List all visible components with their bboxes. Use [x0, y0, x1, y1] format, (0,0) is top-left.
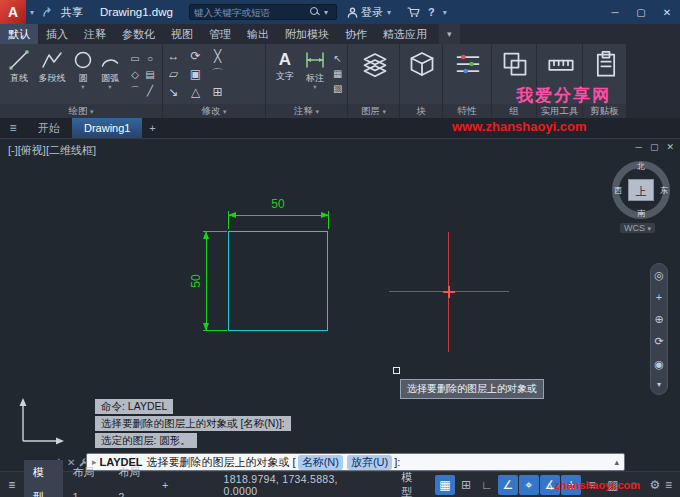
search-icon[interactable] — [310, 7, 320, 17]
viewport-controls-label[interactable]: [-][俯视][二维线框] — [8, 143, 96, 158]
navbar-more-icon[interactable]: ▾ — [657, 380, 661, 389]
ribbon-tab-addins[interactable]: 附加模块 — [277, 24, 337, 44]
viewport-minimize-icon[interactable]: ─ — [636, 142, 642, 152]
object-snap-icon[interactable]: ⌖ — [519, 475, 539, 495]
panel-properties-label[interactable]: 特性 — [443, 104, 491, 118]
groups-icon[interactable] — [501, 50, 529, 82]
panel-layers-label[interactable]: 图层 ▾ — [348, 104, 399, 118]
tab-model[interactable]: 模型 — [24, 460, 64, 497]
line-tool[interactable]: 直线 — [4, 46, 34, 104]
ribbon-tab-annotate[interactable]: 注释 — [76, 24, 114, 44]
scale-icon[interactable]: △ — [185, 84, 206, 101]
viewcube-top-face[interactable]: 上 — [628, 179, 654, 201]
command-option-name[interactable]: 名称(N) — [298, 455, 343, 470]
new-layout-button[interactable]: + — [155, 479, 175, 491]
panel-annotation-label[interactable]: 注释 ▾ — [266, 104, 347, 118]
help-dropdown-icon[interactable]: ▾ — [439, 8, 451, 17]
dimension-tool[interactable]: 标注 ▾ — [300, 46, 330, 104]
table-icon[interactable]: ▦ — [333, 66, 342, 81]
viewcube-north-label[interactable]: 北 — [637, 161, 645, 172]
ribbon-tab-output[interactable]: 输出 — [239, 24, 277, 44]
show-motion-icon[interactable]: ◉ — [654, 358, 664, 371]
chevron-down-icon[interactable]: ▾ — [313, 83, 316, 90]
leader-icon[interactable]: ↖ — [333, 51, 342, 66]
pan-icon[interactable]: + — [656, 291, 662, 303]
close-button[interactable]: ✕ — [654, 0, 680, 24]
app-menu-button[interactable]: A — [0, 0, 26, 24]
array-icon[interactable]: ⊞ — [207, 84, 228, 101]
navigation-wheel-icon[interactable]: ◎ — [654, 269, 664, 282]
tab-drawing1[interactable]: Drawing1 — [72, 118, 142, 138]
hatch-icon[interactable]: ▤ — [143, 67, 157, 82]
ribbon-tab-home[interactable]: 默认 — [0, 24, 38, 44]
polar-tracking-icon[interactable]: ∠ — [498, 475, 518, 495]
command-history-expand-icon[interactable]: ▴ — [614, 457, 619, 467]
spline-icon[interactable]: ⌒ — [128, 83, 142, 98]
tab-layout2[interactable]: 布局2 — [109, 460, 155, 497]
ellipse-icon[interactable]: ○ — [143, 51, 157, 66]
new-drawing-button[interactable]: + — [142, 118, 162, 138]
drawing-canvas[interactable]: [-][俯视][二维线框] ─ ▢ ✕ 北 西 东 南 上 WCS ▾ ◎ + … — [0, 138, 680, 471]
ribbon-tab-parametric[interactable]: 参数化 — [114, 24, 163, 44]
status-menu-icon[interactable]: ≡ — [0, 478, 24, 492]
share-label[interactable]: 共享 — [58, 5, 86, 20]
layers-icon[interactable] — [361, 50, 389, 82]
rotate-icon[interactable]: ⟳ — [185, 48, 206, 65]
command-input[interactable]: ▸ LAYDEL 选择要删除的图层上的对象或 [ 名称(N) 放弃(U) ]: … — [86, 453, 625, 471]
zoom-icon[interactable]: ⊕ — [654, 313, 663, 326]
viewcube-east-label[interactable]: 东 — [660, 185, 668, 196]
ribbon-tab-featured-apps[interactable]: 精选应用 — [375, 24, 435, 44]
panel-modify-label[interactable]: 修改 ▾ — [163, 104, 265, 118]
ribbon-display-toggle[interactable]: ▾ — [439, 24, 460, 44]
share-icon[interactable] — [38, 6, 58, 18]
clipboard-icon[interactable] — [592, 50, 620, 82]
grid-icon[interactable]: ▦ — [435, 475, 455, 495]
model-space-button[interactable]: 模型 — [401, 470, 423, 497]
polyline-tool[interactable]: 多段线 — [34, 46, 70, 104]
ribbon-tab-insert[interactable]: 插入 — [38, 24, 76, 44]
ribbon-tab-collaborate[interactable]: 协作 — [337, 24, 375, 44]
search-box[interactable]: ▾ — [189, 4, 337, 20]
app-store-cart-icon[interactable] — [403, 6, 424, 18]
panel-draw-label[interactable]: 绘图 ▾ — [0, 104, 162, 118]
wcs-menu[interactable]: WCS ▾ — [620, 223, 655, 233]
tab-start[interactable]: 开始 — [26, 118, 72, 138]
search-dropdown-icon[interactable]: ▾ — [320, 8, 332, 17]
viewport-close-icon[interactable]: ✕ — [666, 142, 674, 152]
markup-icon[interactable]: ▧ — [333, 81, 342, 96]
fillet-icon[interactable]: ⌒ — [207, 66, 228, 83]
viewport-restore-icon[interactable]: ▢ — [650, 142, 659, 152]
chevron-down-icon[interactable]: ▾ — [81, 83, 84, 90]
rectangle-icon[interactable]: ▭ — [128, 51, 142, 66]
mirror-icon[interactable]: ▣ — [185, 66, 206, 83]
arc-tool[interactable]: 圆弧 ▾ — [96, 46, 124, 104]
circle-tool[interactable]: 圆 ▾ — [70, 46, 96, 104]
orbit-icon[interactable]: ⟳ — [654, 335, 663, 348]
app-menu-dropdown-icon[interactable]: ▾ — [26, 8, 38, 17]
panel-block-label[interactable]: 块 — [400, 104, 442, 118]
restore-button[interactable]: ▢ — [628, 0, 654, 24]
file-tabs-menu-icon[interactable]: ≡ — [0, 118, 26, 138]
viewcube-south-label[interactable]: 南 — [637, 208, 645, 219]
ortho-icon[interactable]: ∟ — [477, 475, 497, 495]
trim-icon[interactable]: ╳ — [207, 48, 228, 65]
copy-icon[interactable]: ▱ — [163, 66, 184, 83]
viewcube-west-label[interactable]: 西 — [614, 185, 622, 196]
customize-icon[interactable]: ≡ — [665, 478, 672, 492]
minimize-button[interactable]: ─ — [602, 0, 628, 24]
construction-line-icon[interactable]: ╱ — [143, 83, 157, 98]
text-tool[interactable]: A 文字 — [270, 46, 300, 104]
ribbon-tab-manage[interactable]: 管理 — [201, 24, 239, 44]
move-icon[interactable]: ↔ — [163, 48, 184, 65]
search-input[interactable] — [194, 7, 307, 18]
command-option-undo[interactable]: 放弃(U) — [347, 455, 392, 470]
ribbon-tab-view[interactable]: 视图 — [163, 24, 201, 44]
viewcube[interactable]: 北 西 东 南 上 — [612, 161, 670, 219]
stretch-icon[interactable]: ↘ — [163, 84, 184, 101]
utilities-icon[interactable] — [547, 50, 575, 82]
block-icon[interactable] — [408, 50, 436, 82]
sign-in-button[interactable]: 登录 ▾ — [347, 5, 395, 20]
tab-layout1[interactable]: 布局1 — [63, 460, 109, 497]
polygon-icon[interactable]: ◇ — [128, 67, 142, 82]
chevron-down-icon[interactable]: ▾ — [108, 83, 111, 90]
